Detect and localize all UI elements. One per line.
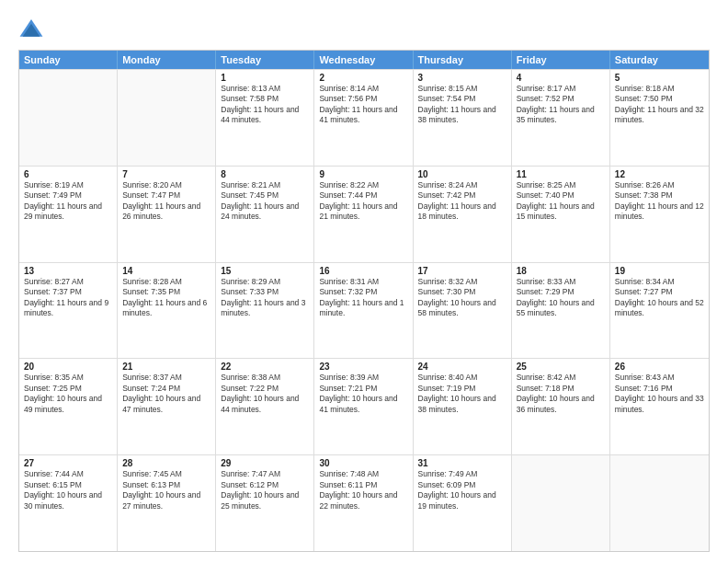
cell-info: Sunrise: 8:24 AMSunset: 7:42 PMDaylight:… (418, 180, 506, 223)
cell-info: Sunrise: 8:38 AMSunset: 7:22 PMDaylight:… (221, 373, 309, 415)
cell-info: Sunrise: 8:20 AMSunset: 7:47 PMDaylight:… (122, 180, 210, 223)
cell-info: Sunrise: 7:48 AMSunset: 6:11 PMDaylight:… (319, 469, 407, 511)
calendar-cell (610, 455, 709, 551)
cell-info: Sunrise: 8:21 AMSunset: 7:45 PMDaylight:… (221, 180, 309, 223)
day-number: 21 (122, 362, 210, 372)
day-number: 23 (319, 362, 407, 372)
day-number: 1 (221, 73, 309, 83)
calendar-cell: 12Sunrise: 8:26 AMSunset: 7:38 PMDayligh… (610, 167, 709, 262)
day-number: 2 (319, 73, 407, 83)
header (18, 17, 710, 42)
cell-info: Sunrise: 8:31 AMSunset: 7:32 PMDaylight:… (319, 277, 407, 319)
calendar-cell: 13Sunrise: 8:27 AMSunset: 7:37 PMDayligh… (19, 263, 118, 359)
calendar-header: SundayMondayTuesdayWednesdayThursdayFrid… (19, 51, 709, 69)
day-number: 5 (615, 73, 704, 83)
calendar-row-2: 6Sunrise: 8:19 AMSunset: 7:49 PMDaylight… (19, 166, 709, 262)
calendar-cell: 3Sunrise: 8:15 AMSunset: 7:54 PMDaylight… (414, 70, 512, 166)
calendar-cell: 6Sunrise: 8:19 AMSunset: 7:49 PMDaylight… (19, 167, 118, 262)
calendar-cell: 24Sunrise: 8:40 AMSunset: 7:19 PMDayligh… (414, 359, 512, 454)
day-number: 29 (221, 458, 309, 468)
calendar-body: 1Sunrise: 8:13 AMSunset: 7:58 PMDaylight… (19, 69, 709, 551)
calendar-row-1: 1Sunrise: 8:13 AMSunset: 7:58 PMDaylight… (19, 69, 709, 166)
cell-info: Sunrise: 8:28 AMSunset: 7:35 PMDaylight:… (122, 277, 210, 319)
calendar: SundayMondayTuesdayWednesdayThursdayFrid… (18, 50, 710, 552)
cell-info: Sunrise: 8:43 AMSunset: 7:16 PMDaylight:… (615, 373, 704, 415)
day-number: 11 (517, 169, 605, 179)
cell-info: Sunrise: 8:37 AMSunset: 7:24 PMDaylight:… (122, 373, 210, 415)
calendar-cell: 22Sunrise: 8:38 AMSunset: 7:22 PMDayligh… (216, 359, 314, 454)
calendar-cell: 23Sunrise: 8:39 AMSunset: 7:21 PMDayligh… (314, 359, 413, 454)
cell-info: Sunrise: 8:29 AMSunset: 7:33 PMDaylight:… (221, 277, 309, 319)
cell-info: Sunrise: 7:44 AMSunset: 6:15 PMDaylight:… (24, 469, 112, 511)
day-number: 4 (517, 73, 605, 83)
logo-icon (18, 17, 44, 42)
day-number: 7 (122, 169, 210, 179)
calendar-cell: 15Sunrise: 8:29 AMSunset: 7:33 PMDayligh… (216, 263, 314, 359)
calendar-cell: 21Sunrise: 8:37 AMSunset: 7:24 PMDayligh… (118, 359, 216, 454)
day-number: 3 (418, 73, 506, 83)
calendar-cell: 25Sunrise: 8:42 AMSunset: 7:18 PMDayligh… (512, 359, 610, 454)
cell-info: Sunrise: 8:19 AMSunset: 7:49 PMDaylight:… (24, 180, 112, 223)
day-number: 6 (24, 169, 112, 179)
calendar-cell: 30Sunrise: 7:48 AMSunset: 6:11 PMDayligh… (314, 455, 413, 551)
cell-info: Sunrise: 8:22 AMSunset: 7:44 PMDaylight:… (319, 180, 407, 223)
cell-info: Sunrise: 8:17 AMSunset: 7:52 PMDaylight:… (517, 84, 605, 126)
calendar-cell (19, 70, 118, 166)
header-cell-sunday: Sunday (19, 51, 118, 69)
calendar-row-5: 27Sunrise: 7:44 AMSunset: 6:15 PMDayligh… (19, 454, 709, 551)
day-number: 31 (418, 458, 506, 468)
calendar-cell: 14Sunrise: 8:28 AMSunset: 7:35 PMDayligh… (118, 263, 216, 359)
day-number: 8 (221, 169, 309, 179)
cell-info: Sunrise: 7:45 AMSunset: 6:13 PMDaylight:… (122, 469, 210, 511)
day-number: 20 (24, 362, 112, 372)
calendar-cell: 8Sunrise: 8:21 AMSunset: 7:45 PMDaylight… (216, 167, 314, 262)
cell-info: Sunrise: 8:35 AMSunset: 7:25 PMDaylight:… (24, 373, 112, 415)
calendar-cell: 4Sunrise: 8:17 AMSunset: 7:52 PMDaylight… (512, 70, 610, 166)
day-number: 18 (517, 266, 605, 276)
header-cell-thursday: Thursday (414, 51, 512, 69)
calendar-row-3: 13Sunrise: 8:27 AMSunset: 7:37 PMDayligh… (19, 262, 709, 359)
day-number: 27 (24, 458, 112, 468)
cell-info: Sunrise: 8:13 AMSunset: 7:58 PMDaylight:… (221, 84, 309, 126)
cell-info: Sunrise: 8:40 AMSunset: 7:19 PMDaylight:… (418, 373, 506, 415)
cell-info: Sunrise: 8:33 AMSunset: 7:29 PMDaylight:… (517, 277, 605, 319)
calendar-cell: 27Sunrise: 7:44 AMSunset: 6:15 PMDayligh… (19, 455, 118, 551)
calendar-cell: 18Sunrise: 8:33 AMSunset: 7:29 PMDayligh… (512, 263, 610, 359)
calendar-cell: 17Sunrise: 8:32 AMSunset: 7:30 PMDayligh… (414, 263, 512, 359)
cell-info: Sunrise: 8:26 AMSunset: 7:38 PMDaylight:… (615, 180, 704, 223)
calendar-cell: 9Sunrise: 8:22 AMSunset: 7:44 PMDaylight… (314, 167, 413, 262)
day-number: 15 (221, 266, 309, 276)
cell-info: Sunrise: 8:42 AMSunset: 7:18 PMDaylight:… (517, 373, 605, 415)
cell-info: Sunrise: 8:39 AMSunset: 7:21 PMDaylight:… (319, 373, 407, 415)
day-number: 16 (319, 266, 407, 276)
calendar-cell: 1Sunrise: 8:13 AMSunset: 7:58 PMDaylight… (216, 70, 314, 166)
day-number: 12 (615, 169, 704, 179)
page: SundayMondayTuesdayWednesdayThursdayFrid… (0, 0, 728, 563)
day-number: 30 (319, 458, 407, 468)
cell-info: Sunrise: 8:14 AMSunset: 7:56 PMDaylight:… (319, 84, 407, 126)
cell-info: Sunrise: 7:49 AMSunset: 6:09 PMDaylight:… (418, 469, 506, 511)
cell-info: Sunrise: 8:27 AMSunset: 7:37 PMDaylight:… (24, 277, 112, 319)
cell-info: Sunrise: 8:18 AMSunset: 7:50 PMDaylight:… (615, 84, 704, 126)
day-number: 24 (418, 362, 506, 372)
day-number: 10 (418, 169, 506, 179)
cell-info: Sunrise: 8:32 AMSunset: 7:30 PMDaylight:… (418, 277, 506, 319)
calendar-cell: 20Sunrise: 8:35 AMSunset: 7:25 PMDayligh… (19, 359, 118, 454)
cell-info: Sunrise: 8:25 AMSunset: 7:40 PMDaylight:… (517, 180, 605, 223)
calendar-cell (512, 455, 610, 551)
day-number: 14 (122, 266, 210, 276)
day-number: 19 (615, 266, 704, 276)
cell-info: Sunrise: 8:34 AMSunset: 7:27 PMDaylight:… (615, 277, 704, 319)
day-number: 28 (122, 458, 210, 468)
day-number: 26 (615, 362, 704, 372)
header-cell-wednesday: Wednesday (314, 51, 413, 69)
calendar-cell: 26Sunrise: 8:43 AMSunset: 7:16 PMDayligh… (610, 359, 709, 454)
calendar-cell (118, 70, 216, 166)
header-cell-friday: Friday (512, 51, 610, 69)
calendar-cell: 7Sunrise: 8:20 AMSunset: 7:47 PMDaylight… (118, 167, 216, 262)
calendar-cell: 28Sunrise: 7:45 AMSunset: 6:13 PMDayligh… (118, 455, 216, 551)
day-number: 22 (221, 362, 309, 372)
day-number: 25 (517, 362, 605, 372)
cell-info: Sunrise: 8:15 AMSunset: 7:54 PMDaylight:… (418, 84, 506, 126)
calendar-row-4: 20Sunrise: 8:35 AMSunset: 7:25 PMDayligh… (19, 358, 709, 454)
